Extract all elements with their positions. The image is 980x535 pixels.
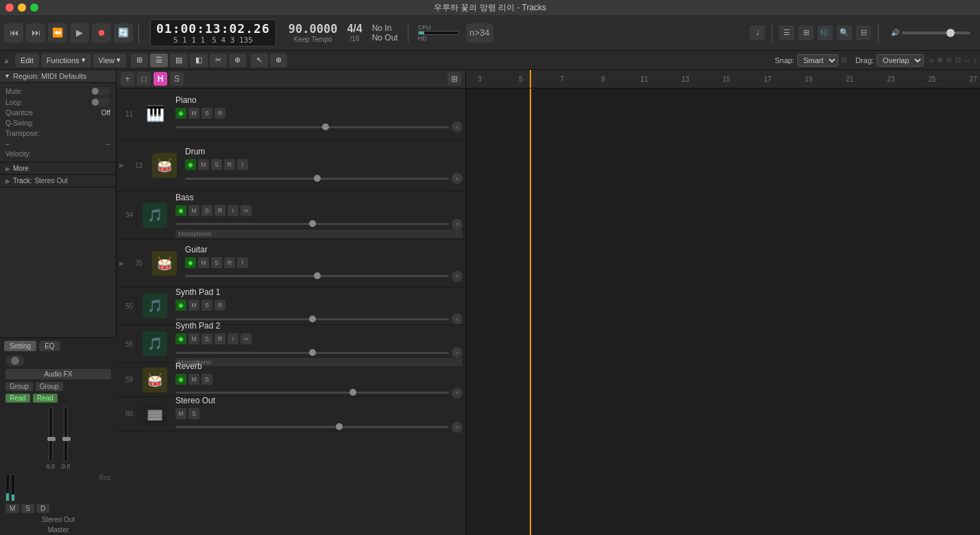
volume-knob[interactable]: ○ <box>452 347 463 358</box>
read-button-left[interactable]: Read <box>5 394 30 403</box>
mute-button[interactable]: M <box>198 159 209 170</box>
link-button[interactable]: ∞ <box>241 205 252 216</box>
volume-knob[interactable]: ○ <box>452 173 463 184</box>
snap-select[interactable]: Smart <box>797 54 838 67</box>
v-expand-icon[interactable]: ↕ <box>974 56 978 64</box>
minimize-button[interactable] <box>18 3 26 12</box>
more-row[interactable]: ▶ More <box>0 163 116 175</box>
region-header[interactable]: ▼ Region: MIDI Defaults <box>0 70 116 83</box>
list-view-icon[interactable]: ☰ <box>779 25 794 40</box>
grid-view-button[interactable]: ⊞ <box>131 54 148 67</box>
solo-button[interactable]: S <box>201 300 212 311</box>
track-item-bass[interactable]: 34 🎵 Bass ◉ M S R I ∞ ○ Monophonic <box>117 191 465 239</box>
track-row[interactable]: ▶ Track: Stereo Out <box>0 175 116 187</box>
track-item-guitar[interactable]: ▶ 35 🥁 Guitar ◉ M S R I ○ <box>117 239 465 287</box>
fader-thumb-left[interactable] <box>47 437 56 441</box>
functions-menu-button[interactable]: Functions ▾ <box>41 54 91 67</box>
group-button-left[interactable]: Group <box>5 382 33 391</box>
record-button[interactable]: ⏺ <box>92 23 111 43</box>
marker-button[interactable]: ⊕ <box>229 54 246 67</box>
track-item-piano[interactable]: 11 🎹 Piano ◉ M S R ○ <box>117 88 465 140</box>
mute-button[interactable]: M <box>198 257 209 268</box>
power-button[interactable]: ◉ <box>185 159 196 170</box>
input-button[interactable]: I <box>228 333 238 344</box>
track-item-drum[interactable]: ▶ 12 🥁 Drum ◉ M S R I ○ <box>117 140 465 191</box>
metronome-icon[interactable]: ♩ <box>750 25 765 40</box>
d-button[interactable]: D <box>36 504 49 513</box>
volume-knob[interactable]: ○ <box>452 121 463 132</box>
expand-button[interactable]: ▶ <box>117 160 126 170</box>
tempo-section[interactable]: 90.0000 Keep Tempo <box>289 22 338 43</box>
track-volume-slider[interactable] <box>185 178 449 180</box>
volume-thumb[interactable] <box>314 175 321 182</box>
h-expand-icon[interactable]: ↔ <box>964 56 971 64</box>
maximize-button[interactable] <box>30 3 38 12</box>
solo-button[interactable]: S <box>201 205 212 216</box>
group-button-right[interactable]: Group <box>36 382 63 391</box>
track-item-reverb[interactable]: 59 🥁 Reverb ◉ M S ○ <box>117 363 465 397</box>
power-button[interactable]: ◉ <box>175 300 186 311</box>
eq-button[interactable]: EQ <box>39 341 60 351</box>
add-track-button[interactable]: + <box>121 72 134 86</box>
track-volume-slider[interactable] <box>185 275 449 277</box>
signature-section[interactable]: 4/4 /16 <box>347 23 362 43</box>
expand-button[interactable]: ▶ <box>117 259 126 268</box>
audio-fx-button[interactable]: Audio FX <box>5 369 111 379</box>
fader-thumb-right[interactable] <box>62 437 71 441</box>
scissors-button[interactable]: ✂ <box>210 54 227 67</box>
fast-forward-button[interactable]: ⏭ <box>26 23 45 43</box>
setting-button[interactable]: Setting <box>4 341 36 351</box>
fader-track-right[interactable] <box>64 407 68 462</box>
zoom-out-icon[interactable]: ⊖ <box>946 56 952 64</box>
edit-menu-button[interactable]: Edit <box>15 54 39 67</box>
track-header-icon-1[interactable]: □ <box>137 72 151 86</box>
region-view-button[interactable]: ◧ <box>190 54 208 67</box>
power-button[interactable]: ◉ <box>175 108 186 119</box>
record-button[interactable]: R <box>215 205 225 216</box>
mute-button[interactable]: M <box>188 374 199 385</box>
power-button[interactable]: ◉ <box>175 205 186 216</box>
track-type-software-button[interactable]: S <box>170 72 184 86</box>
solo-button[interactable]: S <box>201 374 212 385</box>
solo-button[interactable]: S <box>188 408 199 419</box>
close-button[interactable] <box>5 3 14 12</box>
track-item-stereo-out[interactable]: 88 ▓▓ Stereo Out M S ○ <box>117 397 465 431</box>
volume-knob[interactable]: ○ <box>452 422 463 433</box>
solo-button[interactable]: S <box>211 257 222 268</box>
track-header-right-icon[interactable]: ⊞ <box>448 72 461 86</box>
m-button[interactable]: M <box>5 504 19 513</box>
s-button[interactable]: S <box>21 504 34 513</box>
play-button[interactable]: ▶ <box>70 23 89 43</box>
record-button[interactable]: R <box>224 159 235 170</box>
solo-button[interactable]: S <box>211 159 222 170</box>
solo-button[interactable]: S <box>201 333 212 344</box>
link-toggle[interactable] <box>5 355 25 366</box>
solo-button[interactable]: S <box>201 108 212 119</box>
drag-expand-icon[interactable]: ≡ <box>929 56 933 64</box>
skip-back-button[interactable]: ⏪ <box>48 23 67 43</box>
search-icon[interactable]: 🔍 <box>837 25 852 40</box>
mute-button[interactable]: M <box>188 205 199 216</box>
link-button[interactable]: ∞ <box>241 333 252 344</box>
record-button[interactable]: R <box>215 300 225 311</box>
volume-thumb[interactable] <box>309 349 316 356</box>
zoom-tool[interactable]: ⊕ <box>270 54 287 67</box>
track-item-synth-pad-2[interactable]: 56 🎵 Synth Pad 2 ◉ M S R I ∞ ○ Monophoni… <box>117 325 465 363</box>
loop-toggle[interactable] <box>91 98 110 106</box>
detail-view-button[interactable]: ▤ <box>170 54 188 67</box>
record-button[interactable]: R <box>215 108 225 119</box>
master-volume-slider[interactable]: 🔊 <box>891 29 970 36</box>
mute-button[interactable]: M <box>175 408 186 419</box>
record-button[interactable]: R <box>224 257 235 268</box>
zoom-in-icon[interactable]: ⊕ <box>937 56 943 64</box>
track-volume-slider[interactable] <box>175 223 449 225</box>
input-button[interactable]: I <box>228 205 238 216</box>
volume-knob[interactable]: ○ <box>452 271 463 282</box>
volume-knob[interactable]: ○ <box>452 219 463 230</box>
rewind-button[interactable]: ⏮ <box>4 23 23 43</box>
track-type-midi-button[interactable]: H <box>154 72 167 86</box>
volume-thumb[interactable] <box>314 272 321 279</box>
mixer-icon[interactable]: ⊟ <box>856 25 871 40</box>
input-button[interactable]: I <box>237 159 248 170</box>
record-button[interactable]: R <box>215 333 225 344</box>
